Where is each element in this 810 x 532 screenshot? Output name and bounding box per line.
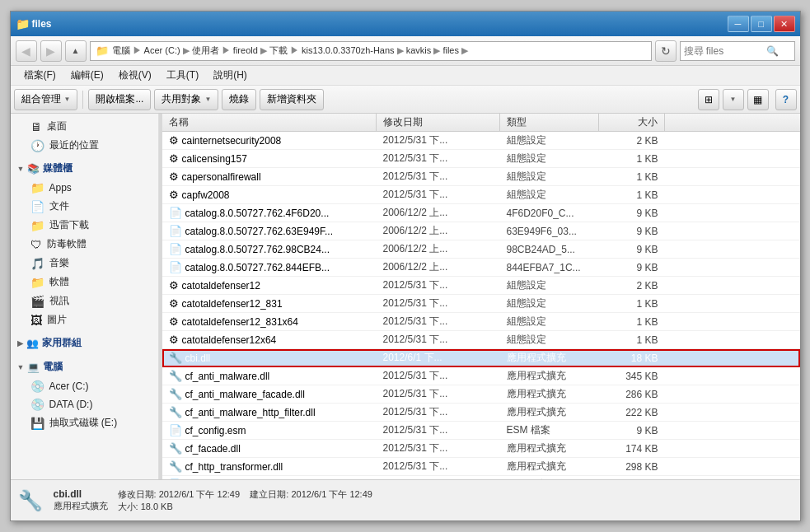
view-arrow-button[interactable]: ▼ xyxy=(723,89,744,110)
search-input[interactable] xyxy=(684,45,766,57)
file-date-cell: 2006/12/2 上... xyxy=(377,222,500,240)
file-name-text: cf_anti_malware.dll xyxy=(185,371,270,382)
col-header-size[interactable]: 大小 xyxy=(599,114,665,131)
minimize-button[interactable]: ─ xyxy=(728,16,749,32)
table-row[interactable]: 📄 catalog.8.0.50727.762.63E949F... 2006/… xyxy=(162,222,800,240)
toolbar: 組合管理 ▼ 開啟檔案... 共用對象 ▼ 燒錄 新增資料夾 ⊞ ▼ ▦ ? xyxy=(11,86,800,114)
file-size-cell: 9 KB xyxy=(599,224,665,239)
sidebar-item-data-d[interactable]: 💿 DATA (D:) xyxy=(11,395,158,413)
table-row[interactable]: ⚙ calicensing157 2012/5/31 下... 組態設定 1 K… xyxy=(162,150,800,168)
sidebar-item-documents[interactable]: 📄 文件 xyxy=(11,197,158,216)
file-name-cell: 🔧 cf_anti_malware_http_filter.dll xyxy=(162,404,377,420)
col-header-type[interactable]: 類型 xyxy=(500,114,599,131)
status-created-label: 建立日期: xyxy=(250,489,288,499)
file-date-cell: 2012/5/31 下... xyxy=(377,440,500,457)
refresh-button[interactable]: ↻ xyxy=(655,40,677,62)
view-toggle-button[interactable]: ⊞ xyxy=(698,89,719,110)
toolbar-sep-1 xyxy=(82,91,83,109)
file-name-cell: 📄 cf_config.esm xyxy=(162,422,377,438)
up-button[interactable]: ▲ xyxy=(65,40,87,62)
help-button[interactable]: ? xyxy=(775,89,797,110)
sidebar-item-removable-e[interactable]: 💾 抽取式磁碟 (E:) xyxy=(11,413,158,432)
table-row[interactable]: ⚙ capersonalfirewall 2012/5/31 下... 組態設定… xyxy=(162,168,800,186)
table-row[interactable]: ⚙ cainternetsecurity2008 2012/5/31 下... … xyxy=(162,132,800,150)
menu-tools[interactable]: 工具(T) xyxy=(160,67,205,84)
sidebar-item-music[interactable]: 🎵 音樂 xyxy=(11,254,158,273)
col-header-name[interactable]: 名稱 xyxy=(162,114,377,131)
computer-arrow: ▼ xyxy=(17,363,25,371)
open-button[interactable]: 開啟檔案... xyxy=(88,89,151,110)
table-row[interactable]: 📄 catalog.8.0.50727.762.4F6D20... 2006/1… xyxy=(162,204,800,222)
status-modified-value: 2012/6/1 下午 12:49 xyxy=(159,489,240,499)
file-icon: 🔧 xyxy=(169,352,182,364)
sidebar-header-library[interactable]: ▼ 📚 媒體櫃 xyxy=(11,158,158,179)
file-name-text: cf_anti_malware_http_filter.dll xyxy=(185,407,316,418)
search-box[interactable]: 🔍 xyxy=(680,41,795,61)
table-row[interactable]: 🔧 cf_http_transformer.dll 2012/5/31 下...… xyxy=(162,458,800,476)
address-bar[interactable]: 📁 電腦 ▶ Acer (C:) ▶ 使用者 ▶ fireold ▶ 下載 ▶ … xyxy=(90,41,652,61)
documents-icon: 📄 xyxy=(30,200,44,213)
file-name-cell: 📄 catalog.8.0.50727.762.98CB24... xyxy=(162,241,377,257)
share-button[interactable]: 共用對象 ▼ xyxy=(154,89,218,110)
file-size-cell: 345 KB xyxy=(599,369,665,384)
sidebar-item-thunder[interactable]: 📁 迅雷下載 xyxy=(11,216,158,235)
status-created-value: 2012/6/1 下午 12:49 xyxy=(291,489,372,499)
file-name-text: calicensing157 xyxy=(182,153,247,165)
menu-file[interactable]: 檔案(F) xyxy=(17,67,63,84)
file-name-text: catotaldefenser12 xyxy=(182,280,260,292)
menu-edit[interactable]: 編輯(E) xyxy=(64,67,110,84)
file-size-cell: 1 KB xyxy=(599,315,665,329)
file-date-cell: 2012/6/1 下... xyxy=(377,349,500,366)
sidebar-item-video[interactable]: 🎬 視訊 xyxy=(11,292,158,310)
table-row[interactable]: ⚙ catotaldefenser12x64 2012/5/31 下... 組態… xyxy=(162,331,800,349)
file-size-cell: 174 KB xyxy=(599,441,665,456)
burn-button[interactable]: 燒錄 xyxy=(222,89,256,110)
file-date-cell: 2012/5/31 下... xyxy=(377,277,500,294)
status-type: 應用程式擴充 xyxy=(54,500,108,512)
table-row[interactable]: ⚙ catotaldefenser12_831x64 2012/5/31 下..… xyxy=(162,313,800,331)
table-row[interactable]: 📄 catalog.8.0.50727.762.844EFB... 2006/1… xyxy=(162,259,800,277)
file-name-cell: ⚙ catotaldefenser12_831 xyxy=(162,296,377,311)
table-row[interactable]: 🔧 cf_anti_malware_http_filter.dll 2012/5… xyxy=(162,404,800,422)
table-row[interactable]: 📄 catalog.8.0.50727.762.98CB24... 2006/1… xyxy=(162,240,800,259)
sidebar-item-apps[interactable]: 📁 Apps xyxy=(11,179,158,197)
file-name-text: catotaldefenser12_831 xyxy=(182,298,283,310)
close-button[interactable]: ✕ xyxy=(774,16,795,32)
menu-view[interactable]: 檢視(V) xyxy=(112,67,158,84)
table-row[interactable]: 🔧 cf_anti_malware_facade.dll 2012/5/31 下… xyxy=(162,385,800,404)
sidebar-item-acer-c[interactable]: 💿 Acer (C:) xyxy=(11,377,158,395)
recent-icon: 🕐 xyxy=(30,139,44,152)
organize-button[interactable]: 組合管理 ▼ xyxy=(14,89,78,110)
table-row[interactable]: ⚙ catotaldefenser12_831 2012/5/31 下... 組… xyxy=(162,295,800,313)
sidebar-header-computer[interactable]: ▼ 💻 電腦 xyxy=(11,357,158,377)
menu-help[interactable]: 說明(H) xyxy=(207,67,254,84)
file-type-cell: 4F6D20F0_C... xyxy=(500,206,599,221)
preview-button[interactable]: ▦ xyxy=(747,89,769,110)
file-date-cell: 2012/5/31 下... xyxy=(377,295,500,312)
forward-button[interactable]: ▶ xyxy=(40,40,62,62)
file-name-cell: 🔧 cbi.dll xyxy=(162,350,377,366)
acer-c-icon: 💿 xyxy=(30,380,44,393)
table-row[interactable]: ⚙ capfw2008 2012/5/31 下... 組態設定 1 KB xyxy=(162,186,800,204)
file-type-cell: 應用程式擴充 xyxy=(500,385,599,403)
antivirus-icon: 🛡 xyxy=(30,238,42,251)
table-row[interactable]: 📄 cf_config.esm 2012/5/31 下... ESM 檔案 9 … xyxy=(162,422,800,440)
back-button[interactable]: ◀ xyxy=(16,40,37,62)
status-filename: cbi.dll xyxy=(54,488,108,500)
sidebar-item-pictures[interactable]: 🖼 圖片 xyxy=(11,310,158,329)
sidebar-item-desktop[interactable]: 🖥 桌面 xyxy=(11,117,158,136)
sidebar-item-antivirus[interactable]: 🛡 防毒軟體 xyxy=(11,235,158,254)
sidebar-header-homegroup[interactable]: ▶ 👥 家用群組 xyxy=(11,333,158,353)
table-row[interactable]: 🔧 cf_facade.dll 2012/5/31 下... 應用程式擴充 17… xyxy=(162,440,800,458)
new-folder-button[interactable]: 新增資料夾 xyxy=(260,89,324,110)
table-row[interactable]: ⚙ catotaldefenser12 2012/5/31 下... 組態設定 … xyxy=(162,277,800,295)
maximize-button[interactable]: □ xyxy=(751,16,772,32)
table-row[interactable]: 🔧 cbi.dll 2012/6/1 下... 應用程式擴充 18 KB xyxy=(162,349,800,367)
table-row[interactable]: 🔧 cf_anti_malware.dll 2012/5/31 下... 應用程… xyxy=(162,367,800,385)
sidebar-item-label-pictures: 圖片 xyxy=(47,313,67,327)
sidebar-item-label-antivirus: 防毒軟體 xyxy=(47,237,87,251)
col-header-date[interactable]: 修改日期 xyxy=(377,114,500,131)
sidebar-item-recent[interactable]: 🕐 最近的位置 xyxy=(11,136,158,155)
file-size-cell: 1 KB xyxy=(599,170,665,184)
sidebar-item-software[interactable]: 📁 軟體 xyxy=(11,273,158,292)
